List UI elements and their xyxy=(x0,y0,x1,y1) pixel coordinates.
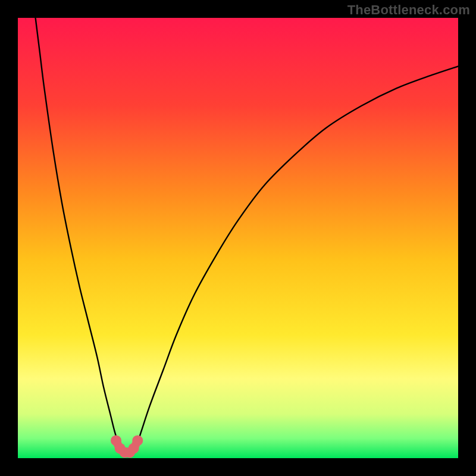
plot-area xyxy=(18,18,458,458)
minimum-marker-dot xyxy=(132,435,143,446)
watermark-text: TheBottleneck.com xyxy=(347,2,470,18)
chart-frame: TheBottleneck.com xyxy=(0,0,476,476)
bottleneck-chart xyxy=(18,18,458,458)
gradient-background xyxy=(18,18,458,458)
